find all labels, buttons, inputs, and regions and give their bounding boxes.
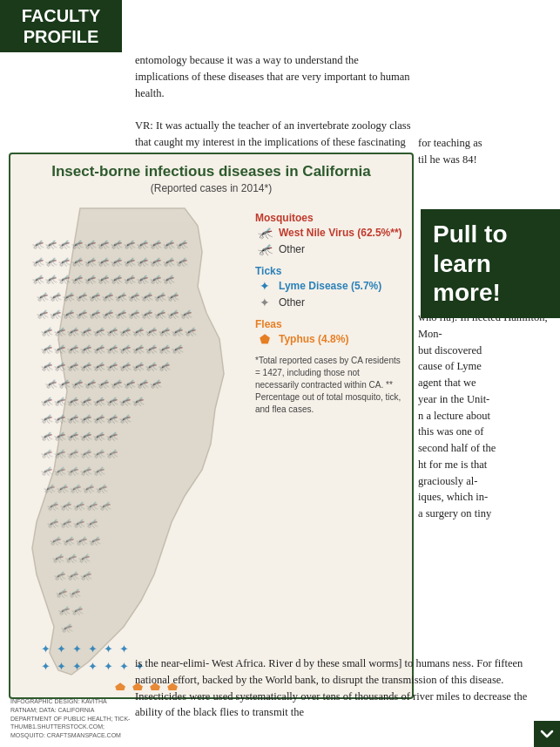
svg-text:🦟: 🦟 [145,325,158,337]
tick-icon-other: ✦ [255,295,274,309]
svg-text:🦟: 🦟 [106,360,118,372]
svg-text:🦟: 🦟 [58,273,71,285]
wnv-label: West Nile Virus (62.5%**) [279,227,402,239]
flea-icon-typhus: ⬟ [255,332,274,346]
svg-text:🦟: 🦟 [106,447,118,459]
mosquito-icon-other: 🦟 [255,242,274,256]
svg-text:🦟: 🦟 [132,343,145,355]
svg-text:🦟: 🦟 [111,238,123,250]
fleas-group-title: Fleas [255,318,403,330]
infographic-subtitle: (Reported cases in 2014*) [10,182,412,194]
typhus-label: Typhus (4.8%) [279,333,348,345]
svg-text:🦟: 🦟 [44,482,56,494]
svg-text:🦟: 🦟 [84,255,97,268]
svg-text:🦟: 🦟 [67,465,79,477]
svg-text:🦟: 🦟 [83,482,95,494]
svg-text:🦟: 🦟 [41,430,53,442]
svg-text:🦟: 🦟 [84,273,97,285]
svg-text:🦟: 🦟 [71,377,84,390]
svg-text:✦: ✦ [41,642,51,655]
svg-text:🦟: 🦟 [50,534,62,547]
svg-text:✦: ✦ [88,660,98,673]
svg-text:🦟: 🦟 [80,569,92,581]
svg-text:🦟: 🦟 [71,238,84,250]
svg-text:🦟: 🦟 [124,273,136,285]
svg-text:🦟: 🦟 [63,290,75,302]
svg-text:🦟: 🦟 [176,255,188,268]
svg-text:🦟: 🦟 [41,447,53,459]
svg-text:🦟: 🦟 [93,430,105,442]
svg-text:🦟: 🦟 [61,621,73,634]
svg-text:🦟: 🦟 [80,412,92,424]
legend-note: *Total reported cases by CA residents = … [255,355,403,416]
svg-text:🦟: 🦟 [106,325,118,337]
svg-text:⬟: ⬟ [115,682,125,690]
svg-text:🦟: 🦟 [119,325,132,337]
svg-text:🦟: 🦟 [141,308,153,320]
svg-text:🦟: 🦟 [60,517,72,529]
svg-text:🦟: 🦟 [45,377,57,390]
svg-text:🦟: 🦟 [80,465,92,477]
svg-text:🦟: 🦟 [98,238,110,250]
svg-text:🦟: 🦟 [58,238,71,250]
svg-text:🦟: 🦟 [37,308,49,320]
pull-line3: more! [433,279,501,306]
svg-text:🦟: 🦟 [159,343,171,355]
svg-text:🦟: 🦟 [80,360,92,372]
svg-text:🦟: 🦟 [176,238,188,250]
svg-text:🦟: 🦟 [119,412,132,424]
svg-text:🦟: 🦟 [71,273,84,285]
svg-text:🦟: 🦟 [115,290,127,302]
svg-text:🦟: 🦟 [84,238,97,250]
svg-text:✦: ✦ [41,660,51,673]
svg-text:🦟: 🦟 [124,238,136,250]
svg-text:🦟: 🦟 [41,325,53,337]
right-continued-text: who ria]. In llected Hamilton, Mon-but d… [418,309,553,522]
svg-text:🦟: 🦟 [163,255,175,268]
svg-text:🦟: 🦟 [73,499,85,512]
svg-text:🦟: 🦟 [60,499,72,512]
svg-text:🦟: 🦟 [54,412,66,424]
svg-text:🦟: 🦟 [93,343,105,355]
tick-icon-lyme: ✦ [255,279,274,293]
svg-text:🦟: 🦟 [41,412,53,424]
svg-text:🦟: 🦟 [128,290,140,302]
svg-text:🦟: 🦟 [41,343,53,355]
tick-other-legend-item: ✦ Other [255,295,403,309]
typhus-legend-item: ⬟ Typhus (4.8%) [255,332,403,346]
svg-text:🦟: 🦟 [84,377,97,390]
svg-text:🦟: 🦟 [145,360,158,372]
lyme-legend-item: ✦ Lyme Disease (5.7%) [255,279,403,293]
svg-text:🦟: 🦟 [63,308,75,320]
svg-text:🦟: 🦟 [93,395,105,407]
right-snippet-top: for teaching as til he was 84! [418,135,553,168]
svg-text:🦟: 🦟 [89,308,101,320]
ticks-group-title: Ticks [255,265,403,277]
svg-text:🦟: 🦟 [145,343,158,355]
svg-text:🦟: 🦟 [65,552,78,564]
svg-text:🦟: 🦟 [41,395,53,407]
svg-text:🦟: 🦟 [102,290,114,302]
svg-text:🦟: 🦟 [80,325,92,337]
svg-text:🦟: 🦟 [54,430,66,442]
infographic-title: Insect-borne infectious diseases in Cali… [10,154,412,182]
svg-text:🦟: 🦟 [67,412,79,424]
california-map: 🦟 🦟 🦟 🦟 🦟 🦟 🦟 🦟 🦟 🦟 🦟 🦟 🦟 🦟 🦟 🦟 🦟 🦟 � [10,200,246,690]
svg-text:🦟: 🦟 [93,325,105,337]
svg-text:✦: ✦ [119,660,129,673]
svg-text:🦟: 🦟 [96,482,108,494]
pull-to-learn-box[interactable]: Pull to learn more! [421,209,560,318]
svg-text:🦟: 🦟 [163,238,175,250]
svg-text:🦟: 🦟 [54,343,66,355]
svg-text:🦟: 🦟 [150,377,162,390]
svg-text:🦟: 🦟 [98,273,110,285]
svg-text:🦟: 🦟 [119,395,132,407]
svg-text:🦟: 🦟 [47,517,59,529]
svg-text:🦟: 🦟 [50,290,62,302]
svg-text:🦟: 🦟 [67,395,79,407]
svg-text:🦟: 🦟 [86,499,98,512]
svg-text:🦟: 🦟 [106,412,118,424]
svg-text:🦟: 🦟 [124,255,136,268]
chevron-down-button[interactable] [534,721,560,747]
svg-text:🦟: 🦟 [37,290,49,302]
